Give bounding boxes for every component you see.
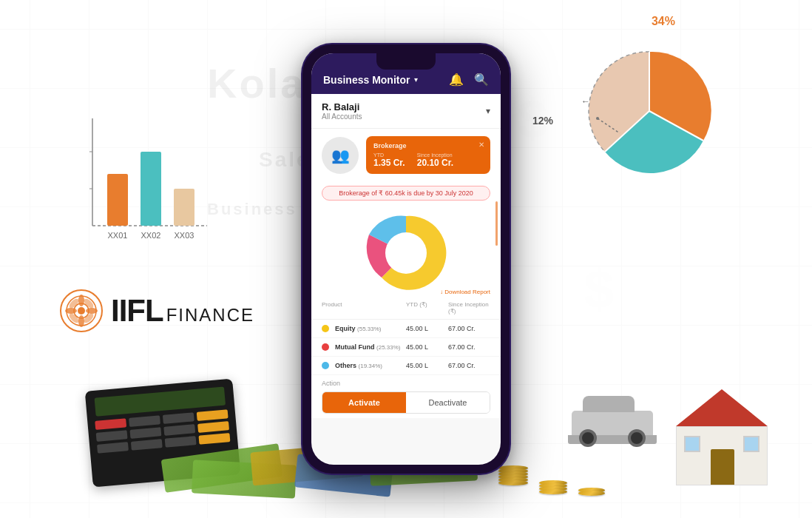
col-product: Product	[322, 301, 406, 314]
calc-btn	[95, 418, 126, 430]
brokerage-since: Since Inception 20.10 Cr.	[417, 152, 453, 168]
iifl-brand-name: IIFL	[111, 293, 163, 329]
mutual-ytd: 45.00 L	[406, 343, 448, 351]
house-window-left	[684, 436, 700, 452]
brokerage-card: Brokerage ✕ YTD 1.35 Cr. Since Inception…	[366, 136, 490, 174]
table-row: Others (19.34%) 45.00 L 67.00 Cr.	[311, 357, 501, 375]
stats-row: 👥 Brokerage ✕ YTD 1.35 Cr. Since Incepti…	[311, 129, 501, 181]
house-roof	[676, 389, 768, 426]
user-avatar: 👥	[322, 137, 359, 174]
table-header: Product YTD (₹) Since Inception (₹)	[311, 297, 501, 320]
donut-chart-area: ↓ Download Report	[311, 205, 501, 297]
car-wheel-front	[579, 429, 597, 447]
calc-btn	[197, 409, 229, 421]
deactivate-button[interactable]: Deactivate	[406, 392, 490, 413]
title-chevron-icon[interactable]: ▾	[414, 75, 418, 84]
house-body	[676, 426, 768, 485]
product-others: Others (19.34%)	[322, 362, 406, 369]
iifl-finance-label: FINANCE	[166, 305, 254, 326]
others-name: Others	[335, 362, 356, 369]
svg-rect-4	[174, 189, 194, 226]
iifl-emblem-icon	[59, 289, 104, 333]
account-chevron-icon[interactable]: ▾	[486, 106, 490, 116]
header-icons: 🔔 🔍	[449, 73, 489, 87]
account-info: R. Balaji All Accounts	[322, 101, 362, 121]
pie-pct-12: 12%	[532, 115, 553, 127]
phone-wrapper: Business Monitor ▾ 🔔 🔍 R. Balaji All Acc…	[302, 44, 510, 474]
car	[572, 411, 653, 437]
account-selector[interactable]: R. Balaji All Accounts ▾	[311, 94, 501, 129]
car-body	[572, 411, 653, 437]
calc-btn	[96, 430, 128, 442]
svg-point-26	[78, 307, 85, 314]
mutual-since: 67.00 Cr.	[448, 343, 490, 351]
search-icon[interactable]: 🔍	[474, 73, 489, 87]
mutual-name: Mutual Fund	[335, 343, 375, 351]
phone-device: Business Monitor ▾ 🔔 🔍 R. Balaji All Acc…	[302, 44, 510, 474]
svg-point-22	[68, 297, 81, 310]
svg-point-19	[78, 315, 84, 327]
svg-text:XX03: XX03	[175, 231, 194, 240]
equity-since: 67.00 Cr.	[448, 325, 490, 332]
account-type: All Accounts	[322, 112, 362, 121]
svg-point-21	[86, 308, 98, 314]
pie-arrow: ←	[581, 96, 590, 107]
calc-btn	[129, 427, 161, 439]
brokerage-close-icon[interactable]: ✕	[478, 141, 484, 149]
svg-rect-3	[141, 152, 161, 226]
table-row: Equity (55.33%) 45.00 L 67.00 Cr.	[311, 320, 501, 338]
others-since: 67.00 Cr.	[448, 362, 490, 369]
mutual-dot	[322, 343, 329, 351]
due-badge: Brokerage of ₹ 60.45k is due by 30 July …	[322, 186, 490, 201]
avatar-icon: 👥	[331, 147, 350, 164]
calc-btn	[197, 421, 229, 433]
svg-text:XX01: XX01	[108, 231, 128, 240]
activate-button[interactable]: Activate	[322, 392, 406, 413]
ytd-value: 1.35 Cr.	[373, 158, 405, 168]
app-title-area: Business Monitor ▾	[323, 74, 418, 86]
product-equity: Equity (55.33%)	[322, 325, 406, 332]
svg-point-27	[385, 232, 427, 274]
svg-point-23	[83, 312, 95, 325]
calc-btn	[129, 415, 160, 427]
brokerage-values: YTD 1.35 Cr. Since Inception 20.10 Cr.	[373, 152, 483, 168]
bar-chart: XX01 XX02 XX03	[70, 111, 218, 259]
others-dot	[322, 362, 329, 369]
notification-icon[interactable]: 🔔	[449, 73, 464, 87]
since-value: 20.10 Cr.	[417, 158, 453, 168]
others-ytd: 45.00 L	[406, 362, 448, 369]
action-buttons: Activate Deactivate	[322, 391, 490, 414]
since-label: Since Inception	[417, 152, 453, 158]
calc-btn	[199, 433, 231, 445]
svg-text:XX02: XX02	[141, 231, 161, 240]
scroll-bar	[495, 201, 498, 246]
svg-point-14	[596, 117, 599, 120]
bg-word-1: Kola	[207, 59, 305, 107]
pie-pct-34: 34%	[652, 15, 675, 28]
svg-point-24	[83, 297, 95, 310]
pie-chart	[583, 44, 716, 178]
house-door	[711, 449, 734, 485]
phone-notch	[376, 53, 436, 70]
donut-chart-svg	[365, 212, 447, 294]
house	[676, 389, 768, 488]
calc-btn	[97, 442, 129, 454]
calc-btn	[163, 424, 195, 436]
iifl-logo: IIFL FINANCE	[59, 289, 254, 333]
iifl-text: IIFL FINANCE	[111, 293, 254, 329]
coin-stack-3	[578, 490, 605, 496]
house-structure	[676, 389, 768, 485]
equity-dot	[322, 325, 329, 332]
mutual-pct: (25.33%)	[376, 344, 400, 351]
car-wheel-rear	[628, 429, 646, 447]
due-notice-area: Brokerage of ₹ 60.45k is due by 30 July …	[311, 181, 501, 205]
house-window-right	[743, 436, 759, 452]
pie-chart-svg	[583, 44, 716, 178]
product-mutual: Mutual Fund (25.33%)	[322, 343, 406, 351]
svg-point-25	[68, 312, 81, 325]
svg-point-18	[78, 295, 84, 306]
coin-stack-2	[539, 482, 567, 496]
download-report-link[interactable]: ↓ Download Report	[440, 289, 490, 295]
action-label: Action	[322, 380, 490, 387]
ytd-label: YTD	[373, 152, 405, 158]
